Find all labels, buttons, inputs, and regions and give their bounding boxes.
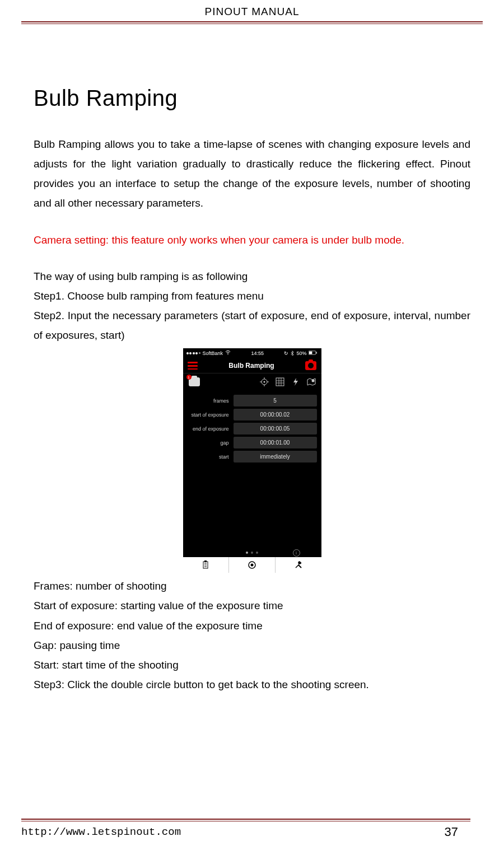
def-start: Start: start time of the shooting: [34, 655, 470, 675]
tab-list-icon[interactable]: [183, 557, 230, 573]
carrier-label: SoftBank: [203, 351, 223, 356]
footer-url: http://www.letspinout.com: [21, 826, 181, 838]
svg-point-5: [263, 381, 265, 383]
def-gap: Gap: pausing time: [34, 636, 470, 655]
grid-icon[interactable]: [276, 377, 284, 386]
page-indicator-row: i: [183, 548, 321, 557]
status-time: 14:55: [251, 351, 264, 356]
intro-paragraph: Bulb Ramping allows you to take a time-l…: [34, 134, 470, 213]
field-label: gap: [188, 440, 234, 446]
camera-icon[interactable]: [305, 361, 316, 370]
svg-rect-9: [204, 560, 207, 562]
svg-point-7: [311, 380, 314, 382]
info-icon[interactable]: i: [293, 549, 300, 557]
tab-record-icon[interactable]: [229, 557, 276, 573]
def-frames: Frames: number of shooting: [34, 576, 470, 596]
nav-bar: Bulb Ramping: [183, 358, 321, 373]
map-pin-icon[interactable]: [307, 377, 316, 386]
field-start: start immediately: [188, 451, 317, 462]
field-value[interactable]: 00:00:01.00: [234, 437, 317, 448]
battery-icon: [309, 351, 318, 356]
battery-label: 50%: [296, 351, 306, 356]
field-end-exposure: end of exposure 00:00:00.05: [188, 423, 317, 434]
page-number: 37: [445, 825, 458, 839]
field-label: start of exposure: [188, 412, 234, 418]
footer-divider: [21, 819, 470, 821]
form-area: frames 5 start of exposure 00:00:00.02 e…: [183, 390, 321, 467]
field-label: end of exposure: [188, 426, 234, 432]
page-header-title: PINOUT MANUAL: [0, 0, 504, 21]
step-2: Step2. Input the necessary parameters (s…: [34, 306, 470, 345]
tab-tools-icon[interactable]: [276, 557, 321, 573]
section-heading: Bulb Ramping: [34, 86, 470, 111]
field-label: start: [188, 454, 234, 460]
field-value[interactable]: 00:00:00.02: [234, 409, 317, 421]
signal-icon: [186, 352, 200, 354]
gallery-icon[interactable]: 1: [189, 377, 200, 386]
status-bar: SoftBank 14:55 ↻ 50%: [183, 348, 321, 358]
menu-icon[interactable]: [188, 362, 198, 370]
page-dots: [246, 552, 258, 554]
svg-rect-3: [316, 352, 317, 354]
target-icon[interactable]: [260, 377, 269, 386]
field-gap: gap 00:00:01.00: [188, 437, 317, 448]
steps-intro: The way of using bulb ramping is as foll…: [34, 267, 470, 286]
svg-rect-6: [276, 378, 284, 386]
step-1: Step1. Choose bulb ramping from features…: [34, 286, 470, 306]
svg-point-11: [251, 564, 254, 567]
field-frames: frames 5: [188, 395, 317, 407]
nav-title: Bulb Ramping: [228, 362, 274, 370]
def-end-exposure: End of exposure: end value of the exposu…: [34, 616, 470, 636]
field-value[interactable]: immediately: [234, 451, 317, 462]
alarm-icon: ↻: [284, 351, 288, 356]
toolbar: 1: [183, 373, 321, 390]
field-value[interactable]: 00:00:00.05: [234, 423, 317, 434]
bluetooth-icon: [291, 351, 294, 357]
def-start-exposure: Start of exposure: starting value of the…: [34, 596, 470, 615]
phone-screenshot: SoftBank 14:55 ↻ 50%: [183, 348, 321, 573]
warning-text: Camera setting: this feature only works …: [34, 230, 470, 250]
step-3: Step3: Click the double circle button to…: [34, 675, 470, 694]
field-start-exposure: start of exposure 00:00:00.02: [188, 409, 317, 421]
gallery-badge: 1: [186, 375, 192, 380]
wifi-icon: [225, 350, 231, 357]
svg-point-0: [227, 354, 228, 355]
field-value[interactable]: 5: [234, 395, 317, 407]
bottom-tab-bar: [183, 557, 321, 573]
flash-icon[interactable]: [291, 377, 300, 386]
svg-rect-2: [309, 352, 312, 354]
field-label: frames: [188, 398, 234, 404]
